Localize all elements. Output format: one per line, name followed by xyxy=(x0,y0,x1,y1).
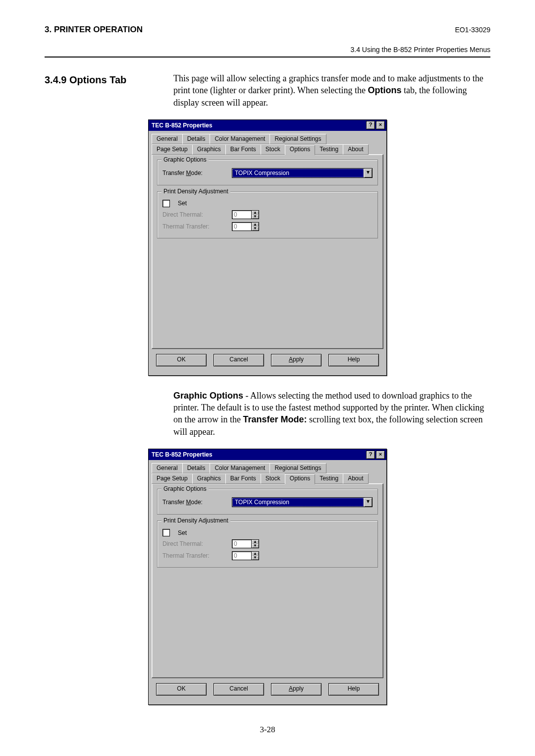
transfer-mode-value: TOPIX Compression xyxy=(232,169,364,177)
transfer-mode-label: Transfer Mode: xyxy=(162,170,227,176)
direct-thermal-value: 0 xyxy=(232,539,252,548)
tab-graphics[interactable]: Graphics xyxy=(192,144,226,155)
thermal-transfer-spinner[interactable]: 0 ▲ ▼ xyxy=(232,551,259,560)
help-button[interactable]: Help xyxy=(328,354,379,366)
cancel-button[interactable]: Cancel xyxy=(214,354,264,366)
set-mnemonic: S xyxy=(178,200,182,207)
doc-subheader: 3.4 Using the B-852 Printer Properties M… xyxy=(45,46,490,54)
dialog-titlebar: TEC B-852 Properties ? × xyxy=(149,449,386,460)
tab-about[interactable]: About xyxy=(343,144,368,155)
transfer-mode-dropdown[interactable]: TOPIX Compression ▾ xyxy=(232,497,373,507)
group-graphic-options: Graphic Options Transfer Mode: TOPIX Com… xyxy=(157,489,378,515)
tab-page-setup[interactable]: Page Setup xyxy=(152,473,193,484)
set-checkbox[interactable] xyxy=(162,200,170,207)
group-print-density: Print Density Adjustment Set Direct Ther… xyxy=(157,521,378,568)
group-graphic-options-legend: Graphic Options xyxy=(161,156,209,163)
section-heading: 3.4.9 Options Tab xyxy=(45,74,159,86)
tab-testing[interactable]: Testing xyxy=(315,144,343,155)
dialog-titlebar: TEC B-852 Properties ? × xyxy=(149,120,386,131)
tab-details[interactable]: Details xyxy=(182,134,211,144)
titlebar-help-button[interactable]: ? xyxy=(366,121,375,129)
transfer-mode-mnemonic: M xyxy=(186,170,191,176)
mid-paragraph: Graphic Options - Allows selecting the m… xyxy=(173,390,490,438)
transfer-mode-dropdown[interactable]: TOPIX Compression ▾ xyxy=(232,168,373,178)
tab-options[interactable]: Options xyxy=(285,145,315,155)
set-checkbox[interactable] xyxy=(162,529,170,536)
tab-stock[interactable]: Stock xyxy=(261,473,285,484)
tab-about[interactable]: About xyxy=(343,473,368,484)
doc-header-code: EO1-33029 xyxy=(455,26,490,34)
titlebar-help-button[interactable]: ? xyxy=(366,451,375,459)
doc-header-chapter: 3. PRINTER OPERATION xyxy=(45,25,143,35)
tab-stock[interactable]: Stock xyxy=(261,144,285,155)
tab-options[interactable]: Options xyxy=(285,474,315,484)
tab-regional-settings[interactable]: Regional Settings xyxy=(269,463,326,473)
tab-testing[interactable]: Testing xyxy=(315,473,343,484)
spin-down-icon[interactable]: ▼ xyxy=(252,544,259,548)
intro-text-bold: Options xyxy=(368,85,402,95)
group-print-density-legend: Print Density Adjustment xyxy=(161,517,230,524)
apply-mnemonic: A xyxy=(289,356,293,363)
tab-graphics[interactable]: Graphics xyxy=(192,473,226,484)
dialog-title: TEC B-852 Properties xyxy=(152,451,213,458)
group-print-density: Print Density Adjustment Set Direct Ther… xyxy=(157,191,378,238)
direct-thermal-spinner[interactable]: 0 ▲ ▼ xyxy=(232,210,259,219)
tab-general[interactable]: General xyxy=(152,463,183,473)
set-label: Set xyxy=(178,529,187,536)
tab-color-management[interactable]: Color Management xyxy=(210,463,270,473)
tab-details[interactable]: Details xyxy=(182,463,211,473)
dialog-title: TEC B-852 Properties xyxy=(152,122,213,129)
ok-button[interactable]: OK xyxy=(156,683,207,696)
transfer-mode-mnemonic: M xyxy=(186,499,191,506)
tab-panel-options: Graphic Options Transfer Mode: TOPIX Com… xyxy=(152,154,383,349)
apply-button[interactable]: Apply xyxy=(271,354,321,366)
titlebar-close-button[interactable]: × xyxy=(376,121,385,129)
thermal-transfer-value: 0 xyxy=(232,222,252,231)
page-number: 3-28 xyxy=(45,725,490,735)
group-graphic-options-legend: Graphic Options xyxy=(161,485,209,492)
tab-color-management[interactable]: Color Management xyxy=(210,134,270,144)
properties-dialog-1: TEC B-852 Properties ? × General Details… xyxy=(148,119,387,376)
dropdown-arrow-icon[interactable]: ▾ xyxy=(364,169,372,177)
dropdown-arrow-icon[interactable]: ▾ xyxy=(364,498,372,507)
spin-down-icon[interactable]: ▼ xyxy=(252,227,259,231)
cancel-button[interactable]: Cancel xyxy=(214,683,264,696)
properties-dialog-2: TEC B-852 Properties ? × General Details… xyxy=(148,449,387,705)
apply-button[interactable]: Apply xyxy=(271,683,321,696)
titlebar-close-button[interactable]: × xyxy=(376,451,385,459)
set-label: Set xyxy=(178,200,187,207)
intro-paragraph: This page will allow selecting a graphic… xyxy=(173,72,490,109)
thermal-transfer-label: Thermal Transfer: xyxy=(162,223,227,230)
tab-regional-settings[interactable]: Regional Settings xyxy=(269,134,326,144)
spin-down-icon[interactable]: ▼ xyxy=(252,215,259,219)
thermal-transfer-label: Thermal Transfer: xyxy=(162,552,227,559)
help-button[interactable]: Help xyxy=(328,683,379,696)
mid-bold-b: Transfer Mode: xyxy=(243,414,307,424)
direct-thermal-label: Direct Thermal: xyxy=(162,211,227,218)
spin-down-icon[interactable]: ▼ xyxy=(252,556,259,560)
group-print-density-legend: Print Density Adjustment xyxy=(161,188,230,195)
tab-panel-options: Graphic Options Transfer Mode: TOPIX Com… xyxy=(152,483,383,678)
group-graphic-options: Graphic Options Transfer Mode: TOPIX Com… xyxy=(157,160,378,185)
mid-bold-a: Graphic Options xyxy=(173,391,243,401)
direct-thermal-value: 0 xyxy=(232,210,252,219)
thermal-transfer-spinner[interactable]: 0 ▲ ▼ xyxy=(232,222,259,231)
apply-mnemonic: A xyxy=(289,685,293,692)
ok-button[interactable]: OK xyxy=(156,354,207,366)
tab-bar-fonts[interactable]: Bar Fonts xyxy=(225,473,261,484)
tab-general[interactable]: General xyxy=(152,134,183,144)
set-mnemonic: S xyxy=(178,529,182,536)
transfer-mode-value: TOPIX Compression xyxy=(232,498,364,507)
direct-thermal-label: Direct Thermal: xyxy=(162,540,227,547)
tab-page-setup[interactable]: Page Setup xyxy=(152,144,193,155)
tab-bar-fonts[interactable]: Bar Fonts xyxy=(225,144,261,155)
header-rule xyxy=(45,57,490,58)
direct-thermal-spinner[interactable]: 0 ▲ ▼ xyxy=(232,539,259,548)
thermal-transfer-value: 0 xyxy=(232,551,252,560)
transfer-mode-label: Transfer Mode: xyxy=(162,499,227,506)
